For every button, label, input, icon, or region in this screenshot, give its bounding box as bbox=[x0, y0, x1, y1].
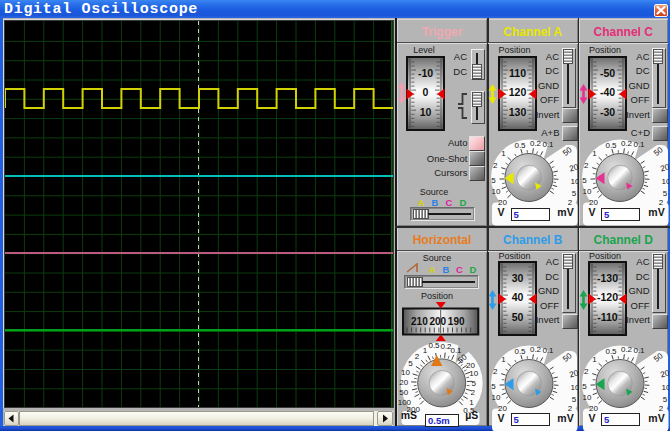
svg-text:210: 210 bbox=[411, 316, 428, 327]
svg-text:0: 0 bbox=[422, 88, 428, 99]
svg-text:20: 20 bbox=[399, 378, 408, 387]
svg-text:V: V bbox=[588, 206, 595, 218]
svg-text:mV: mV bbox=[648, 412, 664, 424]
svg-text:10: 10 bbox=[419, 107, 431, 118]
svg-text:5: 5 bbox=[491, 381, 496, 390]
svg-text:0.2: 0.2 bbox=[530, 139, 542, 148]
svg-text:5: 5 bbox=[572, 394, 577, 403]
svg-text:0.1: 0.1 bbox=[542, 140, 554, 149]
svg-text:µS: µS bbox=[465, 409, 478, 421]
svg-text:5: 5 bbox=[572, 189, 577, 198]
svg-text:10: 10 bbox=[492, 187, 501, 196]
svg-text:50: 50 bbox=[399, 388, 408, 397]
svg-text:10: 10 bbox=[571, 383, 578, 392]
svg-text:mS: mS bbox=[401, 409, 417, 421]
svg-text:2: 2 bbox=[584, 161, 589, 170]
svg-text:20: 20 bbox=[659, 368, 669, 379]
svg-text:5: 5 bbox=[582, 381, 587, 390]
svg-text:10: 10 bbox=[571, 177, 578, 186]
svg-text:V: V bbox=[497, 412, 504, 424]
svg-text:10: 10 bbox=[401, 368, 410, 377]
svg-text:2: 2 bbox=[493, 161, 498, 170]
svg-text:0.5: 0.5 bbox=[605, 347, 617, 356]
svg-text:2: 2 bbox=[470, 388, 475, 397]
svg-text:5: 5 bbox=[408, 359, 413, 368]
svg-text:0.2: 0.2 bbox=[530, 344, 542, 353]
svg-text:10: 10 bbox=[661, 383, 668, 392]
svg-text:20: 20 bbox=[659, 162, 669, 173]
svg-text:0.5: 0.5 bbox=[514, 347, 526, 356]
svg-text:0.5: 0.5 bbox=[514, 141, 526, 150]
svg-text:5: 5 bbox=[662, 394, 667, 403]
svg-text:5: 5 bbox=[662, 189, 667, 198]
svg-text:10: 10 bbox=[492, 393, 501, 402]
svg-text:1: 1 bbox=[501, 149, 506, 158]
svg-text:mV: mV bbox=[648, 206, 664, 218]
svg-text:2: 2 bbox=[584, 367, 589, 376]
svg-text:1: 1 bbox=[501, 355, 506, 364]
svg-text:0.5: 0.5 bbox=[605, 141, 617, 150]
svg-text:1: 1 bbox=[592, 355, 597, 364]
svg-text:5: 5 bbox=[491, 176, 496, 185]
svg-text:0.2: 0.2 bbox=[620, 139, 632, 148]
svg-text:10: 10 bbox=[582, 393, 591, 402]
svg-text:20: 20 bbox=[568, 368, 578, 379]
svg-text:1: 1 bbox=[423, 346, 428, 355]
svg-text:190: 190 bbox=[448, 316, 465, 327]
svg-text:1: 1 bbox=[592, 149, 597, 158]
svg-text:mV: mV bbox=[557, 206, 573, 218]
svg-text:10: 10 bbox=[582, 187, 591, 196]
svg-text:2: 2 bbox=[415, 352, 420, 361]
svg-text:20: 20 bbox=[568, 162, 578, 173]
svg-text:5: 5 bbox=[582, 176, 587, 185]
svg-text:mV: mV bbox=[557, 412, 573, 424]
svg-text:2: 2 bbox=[493, 367, 498, 376]
svg-text:V: V bbox=[497, 206, 504, 218]
svg-text:V: V bbox=[588, 412, 595, 424]
svg-text:0.1: 0.1 bbox=[542, 346, 554, 355]
svg-text:0.1: 0.1 bbox=[633, 346, 645, 355]
svg-text:200: 200 bbox=[429, 316, 446, 327]
svg-text:0.1: 0.1 bbox=[633, 140, 645, 149]
svg-text:10: 10 bbox=[469, 369, 478, 378]
svg-text:0.5: 0.5 bbox=[428, 341, 440, 350]
svg-text:0.2: 0.2 bbox=[620, 344, 632, 353]
svg-text:10: 10 bbox=[661, 177, 668, 186]
